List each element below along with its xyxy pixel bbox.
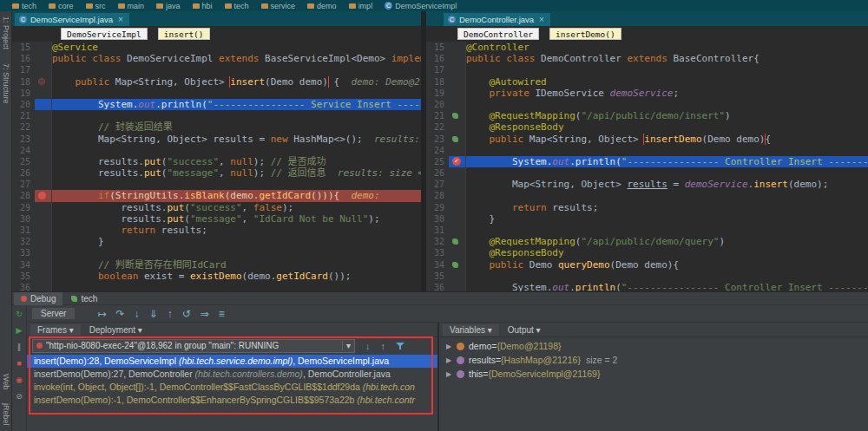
breadcrumb-chip[interactable]: DemoController [457, 28, 539, 40]
code-text[interactable]: results.put("success", false); [52, 202, 421, 213]
line-number[interactable]: 20 [12, 99, 35, 110]
gutter[interactable] [449, 190, 466, 201]
tool-stripe-jrebel[interactable]: jRebel [2, 403, 10, 426]
spring-mapping-icon[interactable] [452, 136, 458, 142]
tab-frames[interactable]: Frames ▾ [30, 324, 81, 336]
breadcrumb-item[interactable]: tech [225, 2, 249, 10]
gutter[interactable] [35, 202, 52, 213]
force-step-into-icon[interactable]: ⇓ [149, 308, 158, 320]
line-number[interactable]: 16 [426, 53, 449, 64]
line-number[interactable]: 19 [12, 88, 35, 99]
line-number[interactable]: 30 [426, 213, 449, 225]
disabled-breakpoint-icon[interactable] [38, 78, 45, 85]
gutter[interactable] [35, 156, 52, 167]
tab-debug[interactable]: Debug [14, 292, 62, 305]
spring-mapping-icon[interactable] [452, 238, 458, 245]
gutter[interactable]: ✓ [449, 156, 466, 167]
gutter[interactable] [35, 145, 52, 156]
code-text[interactable]: // 封装返回结果 [52, 121, 421, 133]
tool-stripe-1-project[interactable]: 1: Project [2, 16, 10, 49]
breadcrumb-item[interactable]: java [156, 2, 181, 10]
left-code-editor[interactable]: 15@Service16public class DemoServiceImpl… [12, 42, 421, 291]
code-text[interactable]: results.put("message", "IdCard Not be Nu… [52, 213, 421, 225]
run-to-cursor-icon[interactable]: ⇒ [201, 308, 209, 320]
line-number[interactable]: 29 [12, 202, 35, 213]
tab-output[interactable]: Output ▾ [501, 324, 548, 336]
pause-icon[interactable]: ∥ [17, 343, 22, 351]
code-text[interactable] [466, 145, 868, 156]
line-number[interactable]: 33 [426, 247, 449, 258]
code-text[interactable]: @ResponseBody [466, 121, 868, 133]
code-text[interactable]: results.put("message", null); // 返回信息 re… [52, 167, 421, 179]
step-over-icon[interactable]: ↷ [116, 308, 125, 320]
gutter[interactable] [35, 42, 52, 53]
code-text[interactable] [466, 271, 868, 282]
gutter[interactable] [449, 76, 466, 88]
expand-arrow-icon[interactable]: ▶ [446, 370, 457, 378]
show-execution-point-icon[interactable]: ↦ [97, 308, 106, 320]
code-text[interactable] [466, 167, 868, 179]
line-number[interactable]: 24 [12, 145, 35, 156]
gutter[interactable] [449, 53, 466, 64]
line-number[interactable]: 31 [12, 225, 35, 236]
line-number[interactable]: 33 [12, 247, 35, 258]
gutter[interactable] [35, 64, 52, 75]
gutter[interactable] [35, 121, 52, 133]
code-text[interactable]: } [52, 236, 421, 247]
code-text[interactable]: if(StringUtils.isBlank(demo.getIdCard())… [52, 190, 421, 201]
line-number[interactable]: 32 [12, 236, 35, 247]
line-number[interactable]: 34 [426, 259, 449, 271]
gutter[interactable] [35, 53, 52, 64]
line-number[interactable]: 17 [12, 64, 35, 75]
variable-row[interactable]: ▶results = {HashMap@21216}size = 2 [439, 353, 868, 367]
code-text[interactable]: } [466, 213, 868, 225]
code-text[interactable]: @Autowired [466, 76, 868, 88]
code-text[interactable]: results.put("success", null); // 是否成功 [52, 156, 421, 167]
gutter[interactable] [449, 88, 466, 99]
breakpoint-icon[interactable] [38, 192, 46, 199]
stack-frame-row[interactable]: invoke(int, Object, Object[]):-1, DemoCo… [27, 381, 437, 394]
code-text[interactable]: System.out.println("---------------- Ser… [52, 99, 421, 110]
code-text[interactable]: public Map<String, Object> insertDemo(De… [466, 134, 868, 145]
code-text[interactable] [52, 110, 421, 121]
code-text[interactable]: return results; [466, 202, 868, 213]
gutter[interactable] [35, 236, 52, 247]
line-number[interactable]: 25 [12, 156, 35, 167]
tab-deployment[interactable]: Deployment ▾ [82, 324, 149, 336]
gutter[interactable] [449, 259, 466, 271]
code-text[interactable] [52, 88, 421, 99]
step-into-icon[interactable]: ↓ [135, 308, 140, 320]
line-number[interactable]: 19 [426, 88, 449, 99]
breadcrumb-item[interactable]: CDemoServiceImpl [385, 2, 457, 10]
gutter[interactable] [35, 179, 52, 190]
gutter[interactable] [35, 259, 52, 271]
breadcrumb-chip[interactable]: insert() [158, 28, 210, 40]
stack-frame-row[interactable]: insertDemo(Demo):-1, DemoController$$Enh… [27, 394, 437, 407]
gutter[interactable] [35, 134, 52, 145]
stack-frame-row[interactable]: insert(Demo):28, DemoServiceImpl (hbi.te… [27, 355, 437, 368]
tool-stripe-7-structure[interactable]: 7: Structure [2, 63, 10, 104]
line-number[interactable]: 28 [12, 190, 35, 201]
view-breakpoints-icon[interactable]: ◉ [16, 376, 23, 384]
gutter[interactable] [35, 247, 52, 258]
gutter[interactable] [35, 271, 52, 282]
breadcrumb-chip[interactable]: DemoServiceImpl [61, 28, 148, 40]
gutter[interactable] [35, 167, 52, 179]
breadcrumb-chip[interactable]: insertDemo() [549, 28, 621, 40]
line-number[interactable]: 15 [12, 42, 35, 53]
variable-row[interactable]: ▶demo = {Demo@21198} [439, 339, 868, 353]
breadcrumb-item[interactable]: service [261, 2, 296, 10]
code-text[interactable]: boolean exist = existDemo(demo.getIdCard… [52, 271, 421, 282]
editor-tab-demoserviceimpl[interactable]: C DemoServiceImpl.java × [15, 13, 129, 26]
server-tab[interactable]: Server [32, 308, 75, 319]
gutter[interactable] [449, 42, 466, 53]
variable-row[interactable]: ▶this = {DemoServiceImpl@21169} [439, 367, 868, 381]
code-text[interactable]: public class DemoServiceImpl extends Bas… [52, 53, 421, 64]
resume-icon[interactable]: ▶ [16, 327, 23, 335]
code-text[interactable]: public Map<String, Object> insert(Demo d… [52, 76, 421, 88]
breadcrumb-item[interactable]: main [118, 2, 145, 10]
down-arrow-icon[interactable]: ↓ [365, 341, 371, 351]
code-text[interactable]: System.out.println("---------------- Con… [466, 282, 868, 291]
code-text[interactable]: System.out.println("---------------- Con… [466, 156, 868, 167]
code-text[interactable] [52, 282, 421, 291]
